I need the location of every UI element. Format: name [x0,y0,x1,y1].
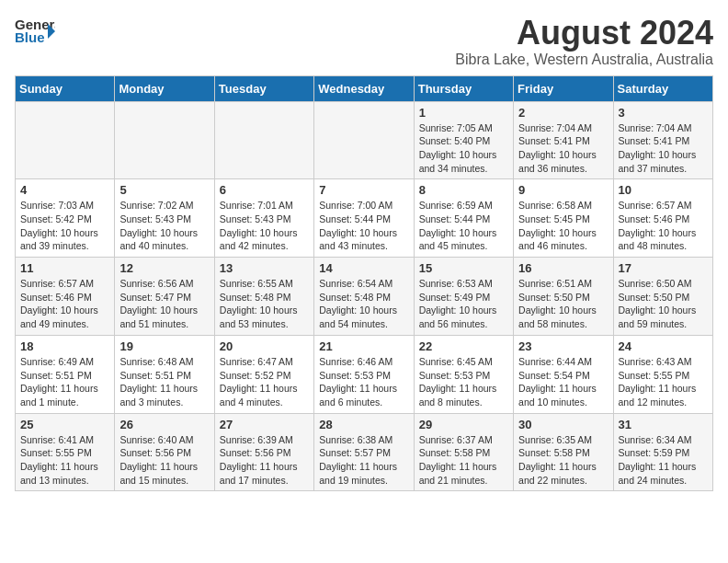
day-cell: 25Sunrise: 6:41 AM Sunset: 5:55 PM Dayli… [16,413,115,491]
day-cell: 26Sunrise: 6:40 AM Sunset: 5:56 PM Dayli… [115,413,214,491]
day-info: Sunrise: 6:49 AM Sunset: 5:51 PM Dayligh… [20,355,109,409]
week-row-3: 11Sunrise: 6:57 AM Sunset: 5:46 PM Dayli… [16,258,713,336]
day-number: 28 [319,418,408,431]
weekday-header-tuesday: Tuesday [214,75,313,101]
day-info: Sunrise: 6:34 AM Sunset: 5:59 PM Dayligh… [619,433,708,488]
day-info: Sunrise: 7:01 AM Sunset: 5:43 PM Dayligh… [220,199,309,253]
day-number: 18 [20,339,109,353]
day-info: Sunrise: 6:38 AM Sunset: 5:57 PM Dayligh… [319,433,408,488]
calendar-title: August 2024 [455,15,713,52]
logo-icon: General Blue [15,15,51,40]
day-number: 21 [319,339,408,353]
day-cell: 12Sunrise: 6:56 AM Sunset: 5:47 PM Dayli… [115,258,214,336]
day-cell: 23Sunrise: 6:44 AM Sunset: 5:54 PM Dayli… [514,335,613,413]
day-cell: 2Sunrise: 7:04 AM Sunset: 5:41 PM Daylig… [514,101,613,179]
day-info: Sunrise: 6:57 AM Sunset: 5:46 PM Dayligh… [20,277,109,331]
weekday-header-thursday: Thursday [414,75,513,101]
day-cell: 9Sunrise: 6:58 AM Sunset: 5:45 PM Daylig… [514,179,613,258]
day-info: Sunrise: 7:04 AM Sunset: 5:41 PM Dayligh… [518,121,608,176]
day-cell: 18Sunrise: 6:49 AM Sunset: 5:51 PM Dayli… [16,335,115,413]
day-info: Sunrise: 6:46 AM Sunset: 5:53 PM Dayligh… [319,355,408,409]
day-cell: 11Sunrise: 6:57 AM Sunset: 5:46 PM Dayli… [16,258,115,336]
day-number: 8 [419,183,508,197]
day-cell: 27Sunrise: 6:39 AM Sunset: 5:56 PM Dayli… [214,413,313,491]
day-number: 6 [220,183,309,197]
week-row-4: 18Sunrise: 6:49 AM Sunset: 5:51 PM Dayli… [16,335,713,413]
day-cell: 20Sunrise: 6:47 AM Sunset: 5:52 PM Dayli… [214,335,313,413]
day-number: 13 [220,261,309,275]
day-cell: 15Sunrise: 6:53 AM Sunset: 5:49 PM Dayli… [414,258,513,336]
day-cell: 5Sunrise: 7:02 AM Sunset: 5:43 PM Daylig… [115,179,214,258]
day-number: 1 [419,106,508,120]
day-number: 24 [619,339,708,353]
weekday-header-saturday: Saturday [613,75,712,101]
day-cell: 10Sunrise: 6:57 AM Sunset: 5:46 PM Dayli… [613,179,712,258]
day-number: 10 [619,183,708,197]
day-info: Sunrise: 6:59 AM Sunset: 5:44 PM Dayligh… [419,199,508,253]
day-cell: 7Sunrise: 7:00 AM Sunset: 5:44 PM Daylig… [314,179,414,258]
day-info: Sunrise: 6:41 AM Sunset: 5:55 PM Dayligh… [20,433,109,488]
day-cell: 19Sunrise: 6:48 AM Sunset: 5:51 PM Dayli… [115,335,214,413]
day-number: 12 [119,261,209,275]
day-info: Sunrise: 6:48 AM Sunset: 5:51 PM Dayligh… [119,355,209,409]
day-number: 31 [619,418,708,431]
day-number: 4 [20,183,109,197]
day-info: Sunrise: 6:55 AM Sunset: 5:48 PM Dayligh… [220,277,309,331]
day-cell: 16Sunrise: 6:51 AM Sunset: 5:50 PM Dayli… [514,258,613,336]
day-info: Sunrise: 6:54 AM Sunset: 5:48 PM Dayligh… [319,277,408,331]
calendar-table: SundayMondayTuesdayWednesdayThursdayFrid… [15,75,713,492]
title-section: August 2024 Bibra Lake, Western Australi… [455,15,713,68]
day-number: 3 [619,106,708,120]
day-number: 19 [119,339,209,353]
page-header: General Blue August 2024 Bibra Lake, Wes… [15,15,713,68]
week-row-1: 1Sunrise: 7:05 AM Sunset: 5:40 PM Daylig… [16,101,713,179]
logo: General Blue [15,15,51,40]
day-cell: 3Sunrise: 7:04 AM Sunset: 5:41 PM Daylig… [613,101,712,179]
week-row-5: 25Sunrise: 6:41 AM Sunset: 5:55 PM Dayli… [16,413,713,491]
day-cell: 14Sunrise: 6:54 AM Sunset: 5:48 PM Dayli… [314,258,414,336]
day-number: 15 [419,261,508,275]
calendar-subtitle: Bibra Lake, Western Australia, Australia [455,52,713,68]
day-number: 9 [518,183,608,197]
day-cell: 6Sunrise: 7:01 AM Sunset: 5:43 PM Daylig… [214,179,313,258]
day-cell: 24Sunrise: 6:43 AM Sunset: 5:55 PM Dayli… [613,335,712,413]
day-info: Sunrise: 6:39 AM Sunset: 5:56 PM Dayligh… [220,433,309,488]
day-number: 17 [619,261,708,275]
day-info: Sunrise: 6:53 AM Sunset: 5:49 PM Dayligh… [419,277,508,331]
day-cell: 13Sunrise: 6:55 AM Sunset: 5:48 PM Dayli… [214,258,313,336]
header-row: SundayMondayTuesdayWednesdayThursdayFrid… [16,75,713,101]
day-info: Sunrise: 6:57 AM Sunset: 5:46 PM Dayligh… [619,199,708,253]
day-cell [314,101,414,179]
day-info: Sunrise: 6:45 AM Sunset: 5:53 PM Dayligh… [419,355,508,409]
day-info: Sunrise: 6:51 AM Sunset: 5:50 PM Dayligh… [518,277,608,331]
day-info: Sunrise: 6:35 AM Sunset: 5:58 PM Dayligh… [518,433,608,488]
day-info: Sunrise: 6:44 AM Sunset: 5:54 PM Dayligh… [518,355,608,409]
day-number: 11 [20,261,109,275]
day-info: Sunrise: 6:56 AM Sunset: 5:47 PM Dayligh… [119,277,209,331]
day-info: Sunrise: 6:47 AM Sunset: 5:52 PM Dayligh… [220,355,309,409]
day-number: 16 [518,261,608,275]
day-cell: 29Sunrise: 6:37 AM Sunset: 5:58 PM Dayli… [414,413,513,491]
weekday-header-wednesday: Wednesday [314,75,414,101]
day-number: 20 [220,339,309,353]
day-number: 22 [419,339,508,353]
day-number: 23 [518,339,608,353]
day-number: 7 [319,183,408,197]
day-number: 27 [220,418,309,431]
weekday-header-sunday: Sunday [16,75,115,101]
day-number: 29 [419,418,508,431]
day-info: Sunrise: 7:04 AM Sunset: 5:41 PM Dayligh… [619,121,708,176]
day-info: Sunrise: 7:02 AM Sunset: 5:43 PM Dayligh… [119,199,209,253]
day-number: 30 [518,418,608,431]
weekday-header-friday: Friday [514,75,613,101]
day-cell: 22Sunrise: 6:45 AM Sunset: 5:53 PM Dayli… [414,335,513,413]
day-cell: 31Sunrise: 6:34 AM Sunset: 5:59 PM Dayli… [613,413,712,491]
day-cell: 21Sunrise: 6:46 AM Sunset: 5:53 PM Dayli… [314,335,414,413]
day-cell: 30Sunrise: 6:35 AM Sunset: 5:58 PM Dayli… [514,413,613,491]
day-number: 2 [518,106,608,120]
day-info: Sunrise: 6:37 AM Sunset: 5:58 PM Dayligh… [419,433,508,488]
day-number: 25 [20,418,109,431]
day-cell: 4Sunrise: 7:03 AM Sunset: 5:42 PM Daylig… [16,179,115,258]
day-cell [16,101,115,179]
day-cell: 17Sunrise: 6:50 AM Sunset: 5:50 PM Dayli… [613,258,712,336]
